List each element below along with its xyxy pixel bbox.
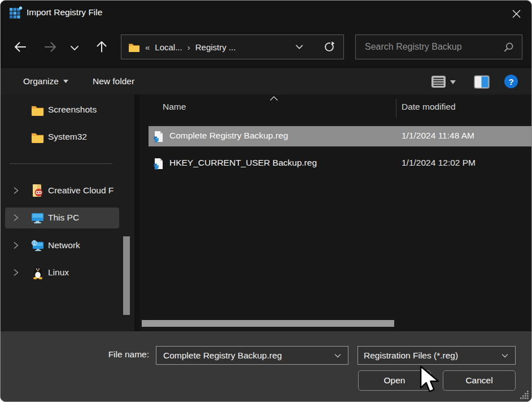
reg-file-icon [154,158,163,170]
sidebar-item-label: Network [48,240,80,250]
back-button[interactable] [13,40,28,54]
file-row-hkey-current-user-backup[interactable]: HKEY_CURRENT_USER Backup.reg 1/1/2024 12… [149,153,532,174]
sidebar-item-label: System32 [48,132,87,142]
sidebar-item-label: This PC [48,213,79,223]
expand-chevron-icon[interactable] [11,186,20,195]
expand-chevron-icon[interactable] [11,213,20,222]
navigation-bar: « Local... › Registry ... [1,27,531,67]
sort-ascending-icon [269,96,278,101]
window-title: Import Registry File [27,7,102,18]
close-button[interactable] [508,6,524,21]
command-bar: Organize New folder ? [1,67,531,94]
breadcrumb-separator: › [187,42,190,52]
organize-dropdown-caret [63,80,68,83]
breadcrumb-item-registry[interactable]: Registry ... [195,42,236,52]
file-type-combo[interactable]: Registration Files (*.reg) [357,346,516,365]
this-pc-icon [31,212,44,224]
new-folder-label: New folder [93,76,134,87]
organize-button[interactable]: Organize [23,68,68,95]
open-button-label: Open [384,375,405,386]
dialog-footer: File name: Registration Files (*.reg) Op… [1,331,531,402]
address-bar[interactable]: « Local... › Registry ... [121,34,344,59]
folder-icon [31,104,44,116]
column-header-date-modified[interactable]: Date modified [402,102,456,112]
chevron-down-icon[interactable] [333,351,342,360]
search-box[interactable] [355,34,522,59]
breadcrumb-item-local[interactable]: Local... [155,42,182,52]
sidebar-divider [10,163,112,164]
new-folder-button[interactable]: New folder [93,68,134,95]
help-icon: ? [508,77,513,87]
column-divider[interactable] [396,99,396,118]
chevron-down-icon[interactable] [500,351,509,360]
organize-label: Organize [23,76,59,87]
preview-pane-icon[interactable] [474,75,490,89]
column-headers: Name Date modified [139,94,532,120]
content-area: Screenshots System32 [1,94,531,331]
file-name-input[interactable] [162,350,333,361]
views-dropdown-caret[interactable] [450,80,456,84]
file-type-value: Registration Files (*.reg) [364,351,500,361]
expand-chevron-icon[interactable] [11,268,20,277]
details-view-icon[interactable] [431,75,446,88]
pane-divider[interactable] [134,94,139,331]
sidebar-item-linux[interactable]: Linux [1,263,123,282]
linux-tux-icon [32,266,43,279]
refresh-icon[interactable] [323,41,335,53]
import-registry-file-dialog: Import Registry File « Local... › [0,0,532,402]
file-name-label: File name: [108,349,149,360]
help-button[interactable]: ? [504,75,518,88]
recent-locations-chevron[interactable] [69,42,80,54]
column-header-name[interactable]: Name [163,102,186,112]
search-input[interactable] [365,42,503,52]
folder-icon [31,131,44,143]
title-bar: Import Registry File [1,1,531,27]
address-dropdown-chevron[interactable] [294,42,304,52]
folder-icon [128,42,140,52]
resize-grip[interactable] [520,390,529,400]
file-date-modified: 1/1/2024 12:02 PM [402,158,476,168]
registry-editor-icon [8,6,23,20]
sidebar-item-label: Creative Cloud F [48,185,114,196]
sidebar-item-network[interactable]: Network [1,236,123,255]
cancel-button[interactable]: Cancel [443,370,516,391]
file-date-modified: 1/1/2024 11:48 AM [402,131,474,141]
expand-chevron-icon[interactable] [11,241,20,250]
file-name: Complete Registry Backup.reg [169,131,288,141]
reg-file-icon [154,131,163,142]
file-row-complete-registry-backup[interactable]: Complete Registry Backup.reg 1/1/2024 11… [149,126,532,146]
horizontal-scrollbar-thumb[interactable] [142,320,394,327]
file-list-pane: Name Date modified Complete Registry Bac… [139,94,532,331]
network-icon [31,240,44,252]
close-icon [512,9,521,19]
up-button[interactable] [94,40,109,54]
file-name-combo[interactable] [156,346,348,365]
sidebar-item-screenshots[interactable]: Screenshots [1,100,123,119]
forward-button[interactable] [43,40,58,54]
search-icon[interactable] [503,42,514,53]
breadcrumb-collapsed[interactable]: « [145,42,150,52]
sidebar-item-creative-cloud[interactable]: Creative Cloud F [1,181,123,200]
sidebar-item-label: Linux [48,267,69,278]
cancel-button-label: Cancel [465,375,492,386]
sidebar-scrollbar-thumb[interactable] [123,236,130,315]
navigation-pane: Screenshots System32 [1,94,134,331]
sidebar-item-system32[interactable]: System32 [1,127,123,146]
sidebar-item-this-pc[interactable]: This PC [1,208,123,227]
sidebar-item-label: Screenshots [48,105,97,115]
file-name: HKEY_CURRENT_USER Backup.reg [169,158,317,168]
mouse-cursor [419,364,440,396]
creative-cloud-folder-icon [32,184,43,197]
